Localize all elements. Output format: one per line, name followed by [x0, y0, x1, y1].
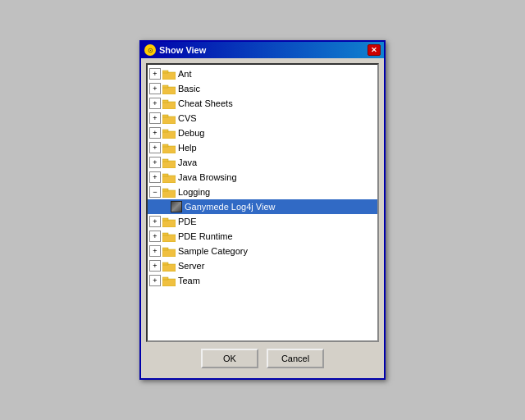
svg-rect-0	[162, 72, 176, 80]
svg-rect-23	[162, 248, 168, 250]
folder-icon-cvs	[162, 113, 176, 124]
tree-item-sample-category[interactable]: + Sample Category	[148, 244, 377, 258]
window-title: Show View	[159, 45, 206, 55]
svg-rect-5	[162, 100, 168, 103]
svg-rect-10	[162, 146, 176, 153]
expand-sample-category[interactable]: +	[149, 245, 161, 257]
expand-cheat-sheets[interactable]: +	[149, 98, 161, 109]
svg-rect-21	[162, 233, 168, 235]
svg-rect-25	[162, 262, 168, 265]
svg-rect-7	[162, 115, 168, 117]
expand-team[interactable]: +	[149, 275, 161, 286]
svg-rect-18	[162, 220, 176, 227]
tree-label-team: Team	[178, 276, 200, 285]
show-view-dialog: ⊙ Show View ✕ + Ant + Basic	[139, 40, 386, 380]
tree-label-java-browsing: Java Browsing	[178, 172, 237, 182]
folder-icon-cheat-sheets	[162, 98, 176, 109]
folder-icon-java-browsing	[162, 172, 176, 183]
tree-label-java: Java	[178, 158, 197, 167]
expand-basic[interactable]: +	[149, 83, 161, 94]
svg-rect-22	[162, 249, 176, 257]
tree-item-java[interactable]: + Java	[148, 155, 377, 170]
svg-rect-8	[162, 131, 176, 139]
svg-rect-20	[162, 235, 176, 242]
expand-java-browsing[interactable]: +	[149, 171, 161, 183]
tree-item-java-browsing[interactable]: + Java Browsing	[148, 170, 377, 185]
tree-label-sample-category: Sample Category	[178, 246, 248, 256]
folder-icon-pde	[162, 217, 176, 227]
expand-cvs[interactable]: +	[149, 112, 161, 124]
folder-icon-java	[162, 158, 176, 168]
svg-rect-17	[162, 189, 168, 191]
button-row: OK Cancel	[146, 342, 379, 373]
tree-label-pde-runtime: PDE Runtime	[178, 231, 233, 241]
cancel-button[interactable]: Cancel	[267, 349, 324, 368]
expand-pde[interactable]: +	[149, 216, 161, 227]
tree-label-cvs: CVS	[178, 113, 197, 123]
folder-icon-logging	[162, 187, 176, 198]
tree-label-debug: Debug	[178, 128, 204, 138]
svg-rect-12	[162, 161, 176, 168]
tree-label-cheat-sheets: Cheat Sheets	[178, 98, 233, 108]
tree-item-pde[interactable]: + PDE	[148, 214, 377, 229]
tree-item-server[interactable]: + Server	[148, 258, 377, 273]
window-icon: ⊙	[144, 44, 156, 56]
expand-help[interactable]: +	[149, 142, 161, 153]
ganymede-icon	[171, 201, 182, 212]
tree-item-ganymede[interactable]: Ganymede Log4j View	[148, 199, 377, 214]
title-bar-left: ⊙ Show View	[144, 44, 206, 56]
tree-label-logging: Logging	[178, 187, 210, 197]
folder-icon-team	[162, 276, 176, 286]
folder-icon-pde-runtime	[162, 231, 176, 242]
expand-pde-runtime[interactable]: +	[149, 231, 161, 242]
tree-item-basic[interactable]: + Basic	[148, 81, 377, 96]
expand-server[interactable]: +	[149, 260, 161, 272]
tree-label-server: Server	[178, 261, 204, 271]
tree-label-basic: Basic	[178, 84, 200, 94]
expand-java[interactable]: +	[149, 157, 161, 168]
folder-icon-debug	[162, 128, 176, 139]
svg-rect-14	[162, 176, 176, 183]
svg-rect-9	[162, 130, 168, 132]
folder-icon-ant	[162, 69, 176, 80]
svg-rect-6	[162, 116, 176, 124]
tree-label-ganymede: Ganymede Log4j View	[185, 202, 275, 212]
svg-rect-4	[162, 102, 176, 109]
tree-label-help: Help	[178, 143, 197, 153]
tree-item-team[interactable]: + Team	[148, 273, 377, 288]
ok-button[interactable]: OK	[201, 349, 258, 368]
window-content: + Ant + Basic + Cheat Sheets	[141, 58, 384, 378]
folder-icon-help	[162, 143, 176, 153]
svg-rect-15	[162, 174, 168, 176]
svg-rect-16	[162, 190, 176, 198]
tree-item-help[interactable]: + Help	[148, 140, 377, 155]
tree-item-pde-runtime[interactable]: + PDE Runtime	[148, 229, 377, 244]
tree-label-ant: Ant	[178, 69, 192, 79]
svg-rect-27	[162, 277, 168, 280]
svg-rect-26	[162, 279, 176, 286]
svg-rect-11	[162, 144, 168, 147]
tree-view[interactable]: + Ant + Basic + Cheat Sheets	[146, 63, 379, 342]
tree-item-ant[interactable]: + Ant	[148, 66, 377, 81]
tree-item-cvs[interactable]: + CVS	[148, 111, 377, 126]
svg-rect-2	[162, 87, 176, 94]
svg-rect-24	[162, 264, 176, 272]
svg-rect-13	[162, 159, 168, 162]
tree-label-pde: PDE	[178, 217, 197, 226]
tree-item-logging[interactable]: − Logging	[148, 185, 377, 199]
folder-icon-server	[162, 261, 176, 272]
svg-rect-3	[162, 85, 168, 88]
expand-logging[interactable]: −	[149, 186, 161, 198]
svg-rect-1	[162, 71, 168, 73]
tree-item-debug[interactable]: + Debug	[148, 126, 377, 140]
title-bar: ⊙ Show View ✕	[141, 42, 384, 58]
tree-item-cheat-sheets[interactable]: + Cheat Sheets	[148, 96, 377, 111]
folder-icon-basic	[162, 84, 176, 94]
folder-icon-sample-category	[162, 246, 176, 257]
close-button[interactable]: ✕	[368, 44, 381, 56]
expand-ant[interactable]: +	[149, 68, 161, 80]
expand-debug[interactable]: +	[149, 127, 161, 139]
svg-rect-19	[162, 218, 168, 221]
